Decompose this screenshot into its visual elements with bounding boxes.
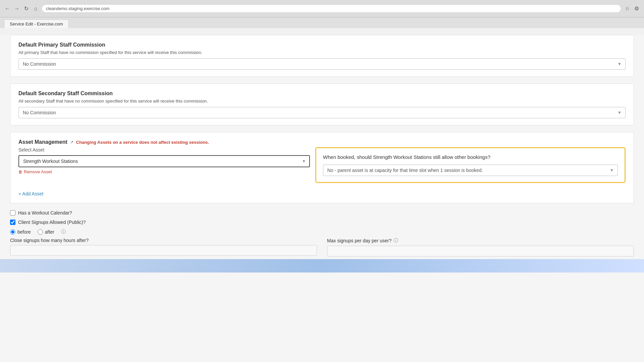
bookmark-button[interactable]: ☆	[624, 5, 631, 12]
asset-management-header: Asset Management ↗ Changing Assets on a …	[18, 139, 626, 145]
after-label: after	[45, 229, 54, 235]
primary-commission-card: Default Primary Staff Commission All pri…	[10, 35, 634, 77]
booking-answer-wrapper: No - parent asset is at capacity for tha…	[323, 165, 618, 176]
before-label: before	[17, 229, 31, 235]
signup-timing-row: before after ⓘ	[10, 229, 634, 235]
secondary-commission-card: Default Secondary Staff Commission All s…	[10, 83, 634, 125]
workout-calendar-row: Has a Workout Calendar?	[10, 210, 634, 216]
booking-question-text: When booked, should Strength Workout Sta…	[323, 154, 618, 160]
remove-asset-link[interactable]: 🗑 Remove Asset	[18, 169, 310, 174]
asset-dropdown-wrapper: Strength Workout Stations ▼	[18, 155, 310, 167]
client-signups-label[interactable]: Client Signups Allowed (Public)?	[18, 220, 86, 225]
max-signups-label: Max signups per day per user? ⓘ	[327, 238, 634, 244]
asset-management-title: Asset Management	[18, 139, 67, 145]
add-asset-link[interactable]: + Add Asset	[18, 191, 43, 196]
refresh-button[interactable]: ↻	[23, 5, 30, 12]
timing-help-icon[interactable]: ⓘ	[61, 229, 66, 235]
home-button[interactable]: ⌂	[32, 5, 39, 12]
before-radio-label[interactable]: before	[10, 229, 31, 235]
primary-commission-select[interactable]: No Commission	[18, 58, 626, 70]
back-button[interactable]: ←	[4, 5, 11, 12]
max-signups-col: Max signups per day per user? ⓘ	[327, 238, 634, 256]
secondary-commission-select[interactable]: No Commission	[18, 107, 626, 118]
browser-chrome: ← → ↻ ⌂ cleandemo.staging.exercise.com ☆…	[0, 0, 644, 17]
bottom-gradient	[0, 259, 644, 273]
booking-answer-select[interactable]: No - parent asset is at capacity for tha…	[323, 165, 618, 176]
remove-asset-label: Remove Asset	[24, 169, 52, 174]
asset-warning-text: Changing Assets on a service does not af…	[76, 140, 209, 145]
workout-calendar-label[interactable]: Has a Workout Calendar?	[18, 210, 72, 216]
booking-question-box: When booked, should Strength Workout Sta…	[315, 147, 626, 183]
client-signups-row: Client Signups Allowed (Public)?	[10, 220, 634, 225]
workout-calendar-checkbox[interactable]	[10, 210, 15, 216]
before-radio[interactable]	[10, 229, 15, 235]
client-signups-checkbox[interactable]	[10, 220, 15, 225]
address-bar[interactable]: cleandemo.staging.exercise.com	[42, 4, 621, 13]
close-signups-col: Close signups how many hours after?	[10, 238, 317, 256]
tab-bar: Service Edit - Exercise.com	[0, 17, 644, 28]
secondary-commission-desc: All secondary Staff that have no commiss…	[18, 99, 626, 104]
close-signups-label: Close signups how many hours after?	[10, 238, 317, 243]
primary-commission-desc: All primary Staff that have no commissio…	[18, 50, 626, 55]
hours-row: Close signups how many hours after? Max …	[10, 238, 634, 256]
active-tab[interactable]: Service Edit - Exercise.com	[4, 19, 69, 28]
secondary-commission-dropdown-wrapper: No Commission ▼	[18, 107, 626, 118]
after-radio[interactable]	[38, 229, 43, 235]
asset-select-wrapper: Select Asset Strength Workout Stations ▼…	[18, 147, 310, 174]
forward-button[interactable]: →	[13, 5, 20, 12]
primary-commission-dropdown-wrapper: No Commission ▼	[18, 58, 626, 70]
select-asset-label: Select Asset	[18, 147, 310, 153]
asset-management-card: Asset Management ↗ Changing Assets on a …	[10, 132, 634, 203]
remove-asset-icon: 🗑	[18, 170, 22, 174]
asset-select[interactable]: Strength Workout Stations	[18, 155, 310, 167]
after-radio-label[interactable]: after	[38, 229, 54, 235]
page-content: Default Primary Staff Commission All pri…	[0, 35, 644, 362]
asset-row: Select Asset Strength Workout Stations ▼…	[18, 147, 626, 183]
primary-commission-title: Default Primary Staff Commission	[18, 42, 626, 48]
max-signups-help-icon[interactable]: ⓘ	[393, 238, 398, 244]
extensions-button[interactable]: ⚙	[633, 5, 640, 12]
external-link-icon[interactable]: ↗	[70, 140, 73, 144]
close-signups-input[interactable]	[10, 245, 317, 256]
secondary-commission-title: Default Secondary Staff Commission	[18, 90, 626, 97]
max-signups-input[interactable]	[327, 246, 634, 256]
